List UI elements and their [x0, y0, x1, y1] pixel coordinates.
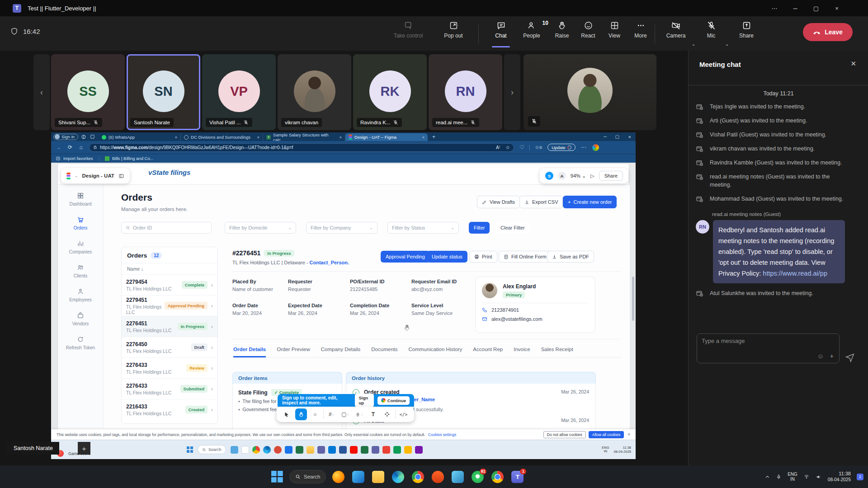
- shape-tool-icon[interactable]: ▢⌄: [340, 408, 351, 420]
- taskbar-app-icon[interactable]: [285, 446, 292, 454]
- people-button[interactable]: 10 People: [517, 21, 547, 39]
- chat-input-box[interactable]: ☺ +: [697, 333, 840, 363]
- taskbar-app-icon[interactable]: [252, 446, 260, 454]
- taskbar-app-icon[interactable]: [372, 471, 384, 483]
- maximize-button[interactable]: ▢: [806, 0, 826, 16]
- browser-minimize-icon[interactable]: ─: [604, 134, 607, 139]
- dev-mode-icon[interactable]: </>: [398, 408, 410, 420]
- taskbar-app-icon[interactable]: [352, 471, 364, 483]
- browser-close-icon[interactable]: ×: [628, 134, 631, 140]
- taskbar-app-icon[interactable]: [307, 446, 314, 454]
- text-tool-icon[interactable]: T: [367, 408, 379, 420]
- create-new-order-button[interactable]: + Create new order: [563, 196, 617, 208]
- deny-cookies-button[interactable]: Do not allow cookies: [543, 431, 586, 438]
- browser-menu-icon[interactable]: ⋯: [581, 144, 587, 150]
- taskbar-app-icon[interactable]: [382, 446, 390, 454]
- mic-options-chevron-icon[interactable]: ⌄: [725, 42, 729, 47]
- order-row[interactable]: 2216433 TL Flex Holdings LLC Created ›: [122, 399, 217, 420]
- start-button[interactable]: [271, 471, 283, 483]
- minimize-button[interactable]: ─: [785, 0, 806, 16]
- presenter-video-tile[interactable]: [524, 54, 656, 130]
- titlebar-more-icon[interactable]: ⋯: [764, 0, 785, 16]
- shared-search[interactable]: Search: [198, 445, 226, 454]
- present-icon[interactable]: ▷: [590, 173, 594, 179]
- taskbar-app-icon[interactable]: [350, 446, 358, 454]
- volume-icon[interactable]: [816, 474, 822, 480]
- browser-essentials-icon[interactable]: ♡: [519, 144, 524, 150]
- tab-actions-icon[interactable]: [90, 134, 95, 139]
- tab-figma-active[interactable]: Design - UAT – Figma×: [345, 133, 428, 141]
- order-row[interactable]: 2276451 TL Flex Holdings LLC In Progress…: [122, 316, 217, 337]
- taskbar-app-icon[interactable]: [328, 446, 336, 454]
- taskbar-app-icon[interactable]: 81: [472, 471, 484, 483]
- taskbar-app-icon[interactable]: T 1: [511, 471, 524, 483]
- sidebar-item-refresh-token[interactable]: Refresh Token: [66, 336, 95, 350]
- figma-logo-icon[interactable]: [66, 173, 71, 179]
- filmstrip-scroll-left[interactable]: ‹: [33, 54, 50, 130]
- resources-tool-icon[interactable]: [381, 408, 393, 420]
- raise-button[interactable]: Raise: [547, 21, 577, 39]
- new-tab-button[interactable]: +: [432, 134, 435, 140]
- sidebar-item-dashboard[interactable]: Dashboard: [70, 192, 92, 206]
- chat-button[interactable]: Chat: [486, 21, 516, 39]
- detail-tab[interactable]: Company Details: [321, 347, 361, 357]
- detail-tab[interactable]: Documents: [371, 347, 397, 357]
- taskbar-app-icon[interactable]: [339, 446, 347, 454]
- figma-doc-title[interactable]: Design - UAT: [82, 173, 114, 178]
- contact-phone-row[interactable]: 2123874901: [476, 303, 595, 313]
- tab-dc-divisions[interactable]: DC Divisions and Surroundings×: [181, 133, 263, 141]
- tab-close-icon[interactable]: ×: [257, 135, 259, 140]
- tab-close-icon[interactable]: ×: [422, 135, 425, 140]
- taskbar-app-icon[interactable]: [432, 471, 444, 483]
- clock[interactable]: 11:3808-04-2025: [828, 471, 851, 483]
- read-aloud-icon[interactable]: A⁾: [496, 145, 500, 150]
- participant-tile[interactable]: SS Shivani Sup...: [51, 54, 125, 130]
- taskbar-app-icon[interactable]: [392, 471, 404, 483]
- clear-filter-button[interactable]: Clear Filter: [496, 222, 529, 234]
- url-bar[interactable]: https://www.figma.com/design/9BKQ0FOHRWa…: [89, 143, 514, 152]
- order-row[interactable]: 2276433 TL Flex Holdings LLC Review ›: [122, 357, 217, 378]
- bookmark-bills[interactable]: Bills | Billing and Co...: [112, 156, 154, 161]
- collaborator-avatar[interactable]: S: [545, 172, 553, 180]
- pop-out-button[interactable]: Pop out: [439, 21, 468, 39]
- camera-options-chevron-icon[interactable]: ⌄: [692, 42, 695, 47]
- sidebar-item-companies[interactable]: Companies: [69, 240, 92, 254]
- taskbar-app-icon[interactable]: [274, 446, 282, 454]
- taskbar-app-icon[interactable]: [491, 471, 504, 483]
- chat-close-icon[interactable]: ✕: [850, 60, 856, 68]
- copilot-icon[interactable]: [592, 144, 599, 151]
- pen-tool-icon[interactable]: ⌄: [354, 408, 365, 420]
- move-tool-icon[interactable]: [281, 408, 293, 420]
- participant-tile[interactable]: vikram chavan: [278, 54, 351, 130]
- tab-whatsapp[interactable]: (6) WhatsApp×: [99, 133, 181, 141]
- list-column-header[interactable]: Name ↓: [122, 263, 217, 274]
- approval-pending-button[interactable]: Approval Pending: [381, 251, 430, 263]
- refresh-icon[interactable]: ⟳: [65, 144, 75, 150]
- filter-domicile-dropdown[interactable]: Filter by Domicile⌄: [225, 222, 296, 234]
- more-button[interactable]: More: [626, 21, 656, 39]
- order-row[interactable]: 2279451 TL Flex Holdings LLC Approval Pe…: [122, 295, 217, 316]
- chevron-down-icon[interactable]: ⌄: [75, 174, 78, 178]
- order-id-search[interactable]: Order ID: [121, 222, 212, 234]
- wifi-icon[interactable]: [803, 474, 810, 479]
- taskbar-app-icon[interactable]: [263, 446, 271, 454]
- bookmark-import-favorites[interactable]: Import favorites: [63, 156, 93, 161]
- tab-salary-sheet[interactable]: X Sample Salary Structure with calc×: [263, 133, 345, 141]
- export-csv-button[interactable]: Export CSV: [519, 196, 563, 208]
- language-indicator[interactable]: ENGIN: [788, 472, 797, 482]
- tab-close-icon[interactable]: ×: [340, 135, 342, 140]
- contact-person-link[interactable]: Contact_Person.: [310, 260, 349, 265]
- tray-mic-icon[interactable]: [776, 474, 782, 480]
- taskbar-app-icon[interactable]: [372, 446, 379, 454]
- browser-restore-icon[interactable]: ▢: [615, 134, 619, 139]
- filter-company-dropdown[interactable]: Filter by Company⌄: [306, 222, 377, 234]
- fill-online-form-button[interactable]: Fill Online Form: [499, 251, 552, 263]
- taskbar-app-icon[interactable]: [241, 446, 249, 454]
- favorites-bar-icon[interactable]: ☆≡: [535, 145, 542, 150]
- view-drafts-button[interactable]: View Drafts: [477, 196, 520, 208]
- update-status-button[interactable]: Update status: [427, 251, 467, 263]
- taskbar-app-icon[interactable]: [404, 446, 412, 454]
- emoji-icon[interactable]: ☺: [817, 352, 824, 360]
- tab-close-icon[interactable]: ×: [175, 135, 177, 140]
- taskbar-app-icon[interactable]: [332, 471, 344, 483]
